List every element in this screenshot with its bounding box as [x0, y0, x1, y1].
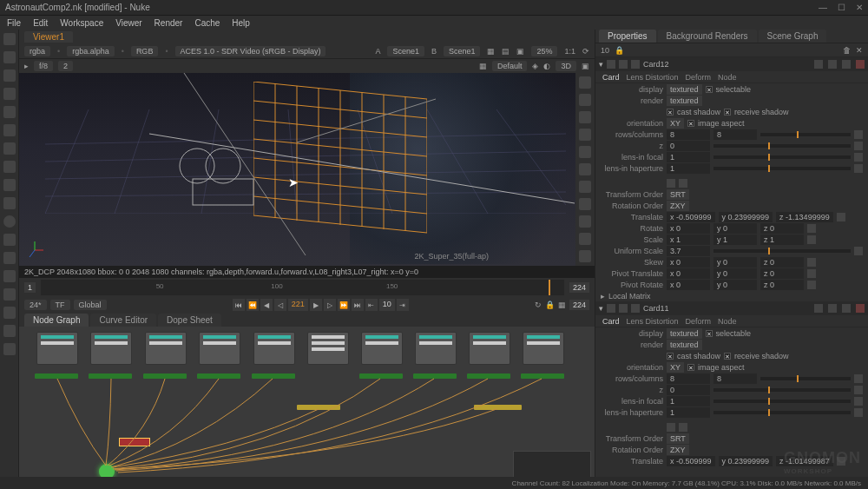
- lock-icon[interactable]: 🔒: [545, 301, 555, 309]
- camera-icon[interactable]: ◈: [532, 62, 538, 70]
- refresh-icon[interactable]: ⟳: [582, 47, 589, 56]
- tool-color-icon[interactable]: [3, 106, 16, 118]
- fps-dropdown[interactable]: 24*: [24, 300, 47, 310]
- select-tool-icon[interactable]: [579, 76, 591, 89]
- 3d-viewport[interactable]: 2K_Super_35(full-ap) ➤: [19, 73, 575, 266]
- jump-fwd-button[interactable]: ⇥: [397, 299, 409, 311]
- default-dropdown[interactable]: Default: [492, 61, 528, 71]
- close-panel-icon[interactable]: [856, 304, 865, 313]
- node-card3d[interactable]: [197, 373, 240, 379]
- uniscale-slider[interactable]: [713, 249, 851, 253]
- menu-edit[interactable]: Edit: [33, 18, 48, 28]
- tab-node-graph[interactable]: Node Graph: [24, 314, 89, 327]
- scene-a-dropdown[interactable]: Scene1: [387, 46, 424, 56]
- menu-viewer[interactable]: Viewer: [115, 18, 141, 28]
- render-dropdown[interactable]: textured: [667, 340, 702, 350]
- uniscale-input[interactable]: 3.7: [667, 246, 710, 256]
- tool-channel-icon[interactable]: [3, 88, 16, 100]
- close-all-icon[interactable]: ✕: [856, 46, 863, 55]
- hap-slider[interactable]: [713, 411, 851, 414]
- tx-input[interactable]: x -0.509999: [667, 212, 715, 222]
- alpha-dropdown[interactable]: rgba.alpha: [67, 46, 115, 56]
- help-icon[interactable]: [842, 60, 851, 69]
- float-icon[interactable]: [828, 304, 837, 313]
- channel-dropdown[interactable]: rgba: [24, 46, 50, 56]
- tool-time-icon[interactable]: [3, 69, 16, 82]
- undo-icon[interactable]: [619, 60, 628, 69]
- selectable-checkbox[interactable]: [706, 86, 713, 93]
- node-read[interactable]: [199, 332, 240, 365]
- roi-icon[interactable]: ▣: [516, 47, 524, 56]
- clear-all-icon[interactable]: 🗑: [843, 46, 851, 55]
- anim-icon[interactable]: [807, 269, 816, 278]
- tool-keyer-icon[interactable]: [3, 142, 16, 155]
- node-read[interactable]: [523, 332, 564, 365]
- anim-icon[interactable]: [854, 153, 863, 162]
- node-card3d[interactable]: [359, 373, 403, 379]
- subtab-lens[interactable]: Lens Distortion: [627, 73, 679, 82]
- orientation-dropdown[interactable]: XY: [667, 118, 684, 129]
- tool-all-icon[interactable]: [3, 325, 16, 337]
- file-icon[interactable]: [667, 179, 675, 188]
- tool-deep-icon[interactable]: [3, 234, 16, 246]
- properties-limit[interactable]: 10: [601, 46, 609, 55]
- anim-icon[interactable]: [807, 258, 816, 267]
- rows-input[interactable]: 8: [667, 129, 710, 140]
- cols-input[interactable]: 8: [713, 129, 757, 140]
- file-icon[interactable]: [667, 423, 675, 432]
- orientation-dropdown[interactable]: XY: [667, 362, 684, 373]
- render-dropdown[interactable]: textured: [667, 96, 702, 106]
- focal-input[interactable]: 1: [667, 152, 710, 162]
- fstop-dropdown[interactable]: f/8: [34, 61, 53, 71]
- node-read[interactable]: [145, 332, 187, 365]
- frame-all-icon[interactable]: [579, 233, 591, 245]
- ry-input[interactable]: y 0: [713, 223, 757, 234]
- panel-header-card11[interactable]: ▾ Card11: [595, 301, 868, 315]
- menu-workspace[interactable]: Workspace: [60, 18, 103, 28]
- rx-input[interactable]: x 0: [667, 223, 710, 234]
- light-icon[interactable]: ◐: [543, 62, 550, 70]
- node-read[interactable]: [361, 332, 403, 365]
- z-input[interactable]: 0: [667, 385, 710, 395]
- node-graph[interactable]: [19, 327, 595, 489]
- lock-all-icon[interactable]: 🔒: [615, 46, 624, 55]
- colorspace-dropdown[interactable]: ACES 1.0 - SDR Video (sRGB - Display): [175, 46, 326, 56]
- frame-sel-icon[interactable]: [579, 250, 591, 262]
- z-slider[interactable]: [713, 144, 851, 148]
- loop-icon[interactable]: ↻: [535, 301, 542, 309]
- tool-3d-icon[interactable]: [3, 197, 16, 209]
- panel-header-card12[interactable]: ▾ Card12: [595, 57, 868, 71]
- subtab-deform[interactable]: Deform: [686, 317, 712, 326]
- grid-icon[interactable]: ▦: [479, 62, 487, 70]
- rotation-order-dropdown[interactable]: ZXY: [667, 201, 689, 211]
- sy-input[interactable]: y 1: [713, 235, 757, 245]
- anim-icon[interactable]: [854, 130, 863, 139]
- step-fwd-button[interactable]: ▷: [324, 299, 336, 311]
- tab-curve-editor[interactable]: Curve Editor: [90, 314, 156, 327]
- image-aspect-checkbox[interactable]: [687, 364, 694, 371]
- frame-start[interactable]: 1: [24, 282, 36, 293]
- rotation-order-dropdown[interactable]: ZXY: [667, 445, 689, 455]
- camera-nav-icon[interactable]: [579, 215, 591, 228]
- redo-icon[interactable]: [631, 60, 640, 69]
- node-card3d[interactable]: [143, 373, 187, 379]
- timeline-ruler[interactable]: 50 100 150: [41, 280, 564, 295]
- node-read[interactable]: [307, 332, 349, 365]
- menu-help[interactable]: Help: [232, 18, 250, 28]
- cast-shadow-checkbox[interactable]: [667, 109, 674, 116]
- transform-order-dropdown[interactable]: SRT: [667, 189, 689, 200]
- tool-toolsets-icon[interactable]: [3, 288, 16, 301]
- goto-end-button[interactable]: ⏭: [352, 299, 364, 311]
- playhead[interactable]: [549, 280, 550, 295]
- menu-file[interactable]: File: [7, 18, 21, 28]
- node-selected[interactable]: [119, 438, 150, 446]
- focal-slider[interactable]: [713, 400, 851, 403]
- node-read[interactable]: [36, 332, 78, 365]
- cast-shadow-checkbox[interactable]: [667, 353, 674, 360]
- tool-draw-icon[interactable]: [3, 51, 16, 63]
- shading-icon[interactable]: [579, 181, 591, 193]
- mode-dropdown[interactable]: RGB: [131, 46, 159, 56]
- node-read[interactable]: [253, 332, 295, 365]
- jump-amount[interactable]: 10: [379, 299, 395, 311]
- anim-icon[interactable]: [807, 235, 816, 244]
